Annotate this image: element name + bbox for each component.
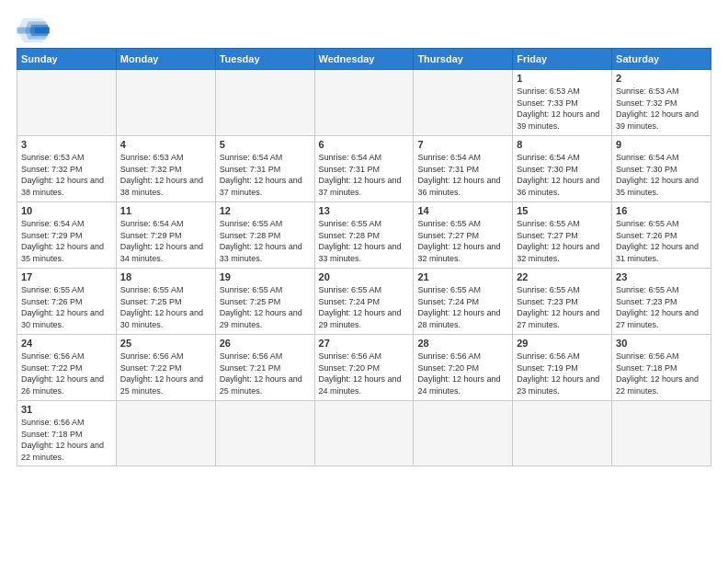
page: SundayMondayTuesdayWednesdayThursdayFrid… [0,0,728,476]
header [17,17,711,44]
day-number: 6 [319,139,410,150]
weekday-saturday: Saturday [612,49,711,70]
day-info: Sunrise: 6:55 AM Sunset: 7:28 PM Dayligh… [220,218,311,264]
day-info: Sunrise: 6:53 AM Sunset: 7:32 PM Dayligh… [120,152,211,198]
day-info: Sunrise: 6:55 AM Sunset: 7:24 PM Dayligh… [319,284,410,330]
day-number: 20 [319,271,410,282]
day-number: 2 [616,73,707,84]
day-number: 22 [517,271,608,282]
day-info: Sunrise: 6:54 AM Sunset: 7:29 PM Dayligh… [21,218,112,264]
day-cell [215,70,314,136]
day-cell [116,70,215,136]
logo [17,17,53,44]
day-number: 1 [517,73,608,84]
day-number: 9 [616,139,707,150]
day-cell: 16Sunrise: 6:55 AM Sunset: 7:26 PM Dayli… [612,202,711,269]
day-cell: 6Sunrise: 6:54 AM Sunset: 7:31 PM Daylig… [314,136,414,202]
day-number: 31 [21,404,112,415]
day-info: Sunrise: 6:54 AM Sunset: 7:31 PM Dayligh… [220,152,311,198]
day-info: Sunrise: 6:55 AM Sunset: 7:26 PM Dayligh… [616,218,707,264]
day-number: 14 [417,205,508,216]
day-cell [612,401,711,466]
day-info: Sunrise: 6:55 AM Sunset: 7:28 PM Dayligh… [319,218,410,264]
week-row-6: 31Sunrise: 6:56 AM Sunset: 7:18 PM Dayli… [17,401,711,466]
logo-icon [17,17,50,44]
day-info: Sunrise: 6:55 AM Sunset: 7:26 PM Dayligh… [21,284,112,330]
day-info: Sunrise: 6:55 AM Sunset: 7:27 PM Dayligh… [517,218,608,264]
day-cell: 31Sunrise: 6:56 AM Sunset: 7:18 PM Dayli… [17,401,117,466]
weekday-tuesday: Tuesday [215,49,314,70]
day-number: 5 [220,139,311,150]
day-info: Sunrise: 6:56 AM Sunset: 7:20 PM Dayligh… [319,350,410,396]
day-cell: 8Sunrise: 6:54 AM Sunset: 7:30 PM Daylig… [513,136,612,202]
week-row-1: 1Sunrise: 6:53 AM Sunset: 7:33 PM Daylig… [17,70,711,136]
day-info: Sunrise: 6:54 AM Sunset: 7:30 PM Dayligh… [616,152,707,198]
day-cell: 15Sunrise: 6:55 AM Sunset: 7:27 PM Dayli… [513,202,612,269]
week-row-4: 17Sunrise: 6:55 AM Sunset: 7:26 PM Dayli… [17,269,711,335]
day-cell: 11Sunrise: 6:54 AM Sunset: 7:29 PM Dayli… [116,202,215,269]
day-cell: 14Sunrise: 6:55 AM Sunset: 7:27 PM Dayli… [414,202,513,269]
svg-marker-4 [17,27,34,33]
day-number: 11 [120,205,211,216]
day-cell [414,401,513,466]
day-cell [314,70,414,136]
day-cell [414,70,513,136]
day-info: Sunrise: 6:53 AM Sunset: 7:32 PM Dayligh… [21,152,112,198]
day-cell: 27Sunrise: 6:56 AM Sunset: 7:20 PM Dayli… [314,335,414,401]
day-cell: 21Sunrise: 6:55 AM Sunset: 7:24 PM Dayli… [414,269,513,335]
day-number: 10 [21,205,112,216]
svg-marker-3 [35,27,50,33]
day-number: 13 [319,205,410,216]
day-number: 17 [21,271,112,282]
day-cell: 29Sunrise: 6:56 AM Sunset: 7:19 PM Dayli… [513,335,612,401]
day-cell: 19Sunrise: 6:55 AM Sunset: 7:25 PM Dayli… [215,269,314,335]
day-number: 15 [517,205,608,216]
day-cell: 23Sunrise: 6:55 AM Sunset: 7:23 PM Dayli… [612,269,711,335]
day-cell: 25Sunrise: 6:56 AM Sunset: 7:22 PM Dayli… [116,335,215,401]
day-number: 4 [120,139,211,150]
day-cell: 5Sunrise: 6:54 AM Sunset: 7:31 PM Daylig… [215,136,314,202]
day-cell: 13Sunrise: 6:55 AM Sunset: 7:28 PM Dayli… [314,202,414,269]
day-number: 26 [220,338,311,349]
day-cell: 7Sunrise: 6:54 AM Sunset: 7:31 PM Daylig… [414,136,513,202]
day-number: 7 [417,139,508,150]
day-number: 3 [21,139,112,150]
day-number: 18 [120,271,211,282]
day-number: 24 [21,338,112,349]
day-info: Sunrise: 6:54 AM Sunset: 7:30 PM Dayligh… [517,152,608,198]
day-cell [116,401,215,466]
weekday-friday: Friday [513,49,612,70]
day-info: Sunrise: 6:56 AM Sunset: 7:21 PM Dayligh… [220,350,311,396]
day-cell [513,401,612,466]
day-info: Sunrise: 6:56 AM Sunset: 7:22 PM Dayligh… [120,350,211,396]
day-info: Sunrise: 6:53 AM Sunset: 7:32 PM Dayligh… [616,86,707,132]
day-info: Sunrise: 6:56 AM Sunset: 7:22 PM Dayligh… [21,350,112,396]
day-info: Sunrise: 6:55 AM Sunset: 7:23 PM Dayligh… [616,284,707,330]
weekday-sunday: Sunday [17,49,117,70]
day-cell [17,70,117,136]
weekday-monday: Monday [116,49,215,70]
day-number: 23 [616,271,707,282]
day-info: Sunrise: 6:56 AM Sunset: 7:18 PM Dayligh… [616,350,707,396]
weekday-thursday: Thursday [414,49,513,70]
day-number: 8 [517,139,608,150]
day-cell: 9Sunrise: 6:54 AM Sunset: 7:30 PM Daylig… [612,136,711,202]
day-number: 29 [517,338,608,349]
weekday-header-row: SundayMondayTuesdayWednesdayThursdayFrid… [17,49,711,70]
day-cell: 28Sunrise: 6:56 AM Sunset: 7:20 PM Dayli… [414,335,513,401]
day-cell: 22Sunrise: 6:55 AM Sunset: 7:23 PM Dayli… [513,269,612,335]
day-number: 19 [220,271,311,282]
day-cell: 26Sunrise: 6:56 AM Sunset: 7:21 PM Dayli… [215,335,314,401]
week-row-3: 10Sunrise: 6:54 AM Sunset: 7:29 PM Dayli… [17,202,711,269]
day-number: 27 [319,338,410,349]
day-info: Sunrise: 6:55 AM Sunset: 7:23 PM Dayligh… [517,284,608,330]
day-info: Sunrise: 6:54 AM Sunset: 7:31 PM Dayligh… [417,152,508,198]
day-cell [215,401,314,466]
day-info: Sunrise: 6:55 AM Sunset: 7:25 PM Dayligh… [220,284,311,330]
day-number: 21 [417,271,508,282]
weekday-wednesday: Wednesday [314,49,414,70]
day-cell: 24Sunrise: 6:56 AM Sunset: 7:22 PM Dayli… [17,335,117,401]
day-cell: 17Sunrise: 6:55 AM Sunset: 7:26 PM Dayli… [17,269,117,335]
day-number: 12 [220,205,311,216]
day-info: Sunrise: 6:56 AM Sunset: 7:20 PM Dayligh… [417,350,508,396]
